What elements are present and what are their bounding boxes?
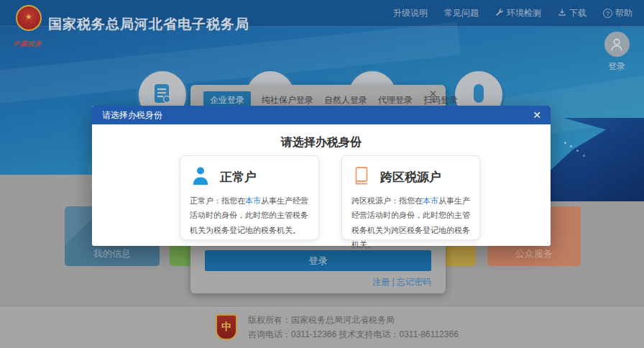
nav-upgrade-notes[interactable]: 升级说明 — [393, 7, 428, 19]
tab-social-security-login[interactable]: 纯社保户登录 — [262, 94, 313, 106]
auth-links: 注册 | 忘记密码 — [372, 276, 431, 288]
person-icon — [191, 166, 210, 188]
card-public-service-label: 公众服务 — [487, 247, 581, 260]
option-normal-title: 正常户 — [220, 169, 257, 186]
links-divider: | — [392, 277, 395, 287]
avatar-login-label: 登录 — [602, 60, 631, 73]
option-normal-desc: 正常户：指您在本市从事生产经营活动时的身份，此时您的主管税务机关为税务登记地的税… — [190, 193, 309, 237]
footer-badge-icon: 中 — [216, 314, 237, 340]
help-icon: ? — [603, 9, 612, 18]
local-city-link[interactable]: 本市 — [423, 196, 438, 205]
option-cross-region-taxpayer[interactable]: 跨区税源户 跨区税源户：指您在本市从事生产经营活动时的身份，此时您的主管税务机关… — [341, 155, 480, 240]
card-my-info-label: 我的信息 — [65, 247, 160, 260]
option-cross-region-title: 跨区税源户 — [380, 169, 441, 186]
phone-line: 咨询电话：0311-12366 技术支持电话：0311-86112366 — [248, 327, 459, 342]
nav-download[interactable]: 下载 — [558, 7, 586, 19]
tax-emblem-logo — [16, 5, 42, 31]
avatar-icon — [604, 32, 630, 57]
option-cross-region-desc: 跨区税源户：指您在本市从事生产经营活动时的身份，此时您的主管税务机关为跨区税务登… — [351, 193, 470, 252]
nav-help[interactable]: ? 帮助 — [603, 7, 632, 19]
site-title: 国家税务总局河北省电子税务局 — [48, 15, 249, 34]
login-button[interactable]: 登录 — [205, 250, 431, 271]
book-icon — [353, 166, 370, 188]
forgot-password-link[interactable]: 忘记密码 — [397, 277, 431, 287]
modal-close-icon[interactable]: ✕ — [533, 106, 541, 124]
modal-heading: 请选择办税身份 — [92, 135, 551, 150]
pill-icon — [471, 83, 487, 107]
top-nav: 升级说明 常见问题 环境检测 下载 ? 帮助 — [393, 7, 632, 19]
option-normal-taxpayer[interactable]: 正常户 正常户：指您在本市从事生产经营活动时的身份，此时您的主管税务机关为税务登… — [180, 155, 319, 240]
document-clock-icon — [153, 83, 172, 107]
nav-env-check[interactable]: 环境检测 — [495, 7, 541, 19]
register-link[interactable]: 注册 — [372, 277, 390, 287]
page: 中国税务 国家税务总局河北省电子税务局 升级说明 常见问题 环境检测 下载 ? … — [0, 0, 644, 348]
modal-title: 请选择办税身份 — [102, 106, 162, 124]
nav-faq[interactable]: 常见问题 — [444, 7, 479, 19]
download-icon — [558, 8, 566, 19]
user-login-area[interactable]: 登录 — [602, 32, 631, 73]
modal-titlebar: 请选择办税身份 ✕ — [92, 106, 551, 124]
tab-scan-login[interactable]: 扫码登录 — [423, 94, 458, 106]
tab-agent-login[interactable]: 代理登录 — [378, 94, 413, 106]
footer-text: 版权所有：国家税务总局河北省税务局 咨询电话：0311-12366 技术支持电话… — [248, 313, 459, 342]
emblem-script: 中国税务 — [12, 40, 42, 49]
copyright-line: 版权所有：国家税务总局河北省税务局 — [248, 313, 459, 327]
wrench-icon — [495, 8, 504, 19]
tab-natural-person-login[interactable]: 自然人登录 — [324, 94, 367, 106]
local-city-link[interactable]: 本市 — [245, 196, 261, 205]
footer: 中 版权所有：国家税务总局河北省税务局 咨询电话：0311-12366 技术支持… — [0, 306, 644, 348]
select-identity-modal: 请选择办税身份 ✕ 请选择办税身份 正常户 正常户：指您在本市从事生产经营活动时… — [92, 106, 551, 246]
